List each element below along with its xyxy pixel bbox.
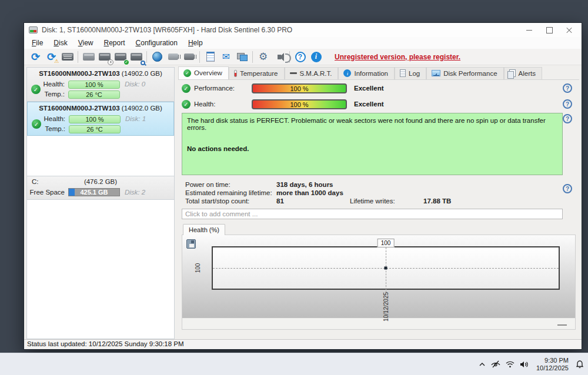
menu-help[interactable]: Help (183, 38, 208, 48)
disk-search-icon[interactable] (128, 50, 144, 64)
tab-smart[interactable]: S.M.A.R.T. (285, 67, 339, 79)
alerts-pages-icon (509, 69, 516, 77)
chart-gridline-v (386, 247, 386, 293)
system-tray: 9:30 PM 10/12/2025 (478, 353, 584, 375)
disk-model: ST16000NM000J-2TW103 (39, 105, 119, 112)
health-row: Health: 100 % Excellent (182, 98, 579, 110)
power-on-value: 318 days, 6 hours (276, 180, 333, 189)
partition-item-c[interactable]: C: (476.2 GB) Free Space 425.1 GB Disk: … (27, 176, 174, 200)
status-line1: The hard disk status is PERFECT. Problem… (187, 117, 557, 131)
disk-item-1[interactable]: ST16000NM000J-2TW103 (14902.0 GB) Health… (27, 102, 174, 136)
health-meter: 100 % (69, 115, 121, 123)
power-on-label: Power on time: (185, 180, 276, 189)
warning-badge-icon: ⚠ (54, 59, 59, 64)
tray-speaker-icon[interactable] (519, 360, 530, 369)
tab-alerts[interactable]: Alerts (504, 67, 542, 79)
window-title: Disk: 1, ST16000NM000J-2TW103 [WR605FXH]… (42, 26, 292, 34)
settings-gear-icon[interactable]: ⚙ (255, 50, 271, 64)
health-ok-icon (182, 100, 191, 109)
thermometer-icon (234, 70, 237, 77)
health-chart-tab[interactable]: Health (%) (183, 224, 225, 235)
titlebar: Disk: 1, ST16000NM000J-2TW103 [WR605FXH]… (24, 23, 582, 37)
repeat-test-help-icon[interactable] (563, 184, 572, 193)
app-window: Disk: 1, ST16000NM000J-2TW103 [WR605FXH]… (24, 22, 582, 350)
tab-overview[interactable]: Overview (178, 66, 229, 79)
free-space-bar: 425.1 GB (68, 188, 120, 196)
clock-time: 9:30 PM (536, 357, 569, 364)
status-bar: Status last updated: 10/12/2025 Sunday 9… (24, 339, 582, 349)
esata-disk-icon[interactable] (181, 50, 197, 64)
tray-hidden-eye-icon[interactable] (490, 360, 501, 369)
disk-number: Disk: 2 (125, 189, 145, 196)
email-icon[interactable]: ✉ (218, 50, 234, 64)
log-page-icon (400, 69, 406, 77)
disk-ok-icon[interactable]: ✓ (112, 50, 128, 64)
chart-y-tick: 100 (195, 263, 201, 273)
menu-view[interactable]: View (73, 38, 99, 48)
unregistered-link[interactable]: Unregistered version, please register. (335, 53, 460, 61)
menu-report[interactable]: Report (99, 38, 131, 48)
taskbar-clock[interactable]: 9:30 PM 10/12/2025 (534, 357, 571, 372)
minimize-button[interactable] (519, 24, 539, 36)
toolbar-separator (78, 51, 78, 63)
disk-size: (14902.0 GB) (122, 70, 162, 77)
maximize-button[interactable] (539, 24, 559, 36)
sound-icon[interactable] (271, 50, 287, 64)
close-button[interactable] (559, 24, 579, 36)
health-help-icon[interactable] (563, 99, 572, 109)
disk-offline-icon[interactable] (81, 50, 96, 64)
help-icon[interactable]: ? (292, 50, 308, 64)
performance-rating: Excellent (354, 85, 384, 92)
toolbar-separator (146, 51, 147, 63)
chart-data-point[interactable] (385, 267, 387, 270)
clock-date: 10/12/2025 (536, 364, 569, 372)
status-help-icon[interactable] (563, 114, 572, 123)
menubar: File Disk View Report Configuration Help (24, 37, 582, 49)
remaining-lifetime-label: Estimated remaining lifetime: (185, 189, 276, 197)
tray-wifi-icon[interactable] (505, 360, 515, 369)
menu-configuration[interactable]: Configuration (131, 38, 183, 48)
tray-chevron-up-icon[interactable] (478, 360, 486, 369)
network-disk-icon[interactable] (149, 50, 165, 64)
comment-input[interactable] (182, 209, 563, 219)
menu-disk[interactable]: Disk (48, 38, 72, 48)
rescan-warning-icon[interactable]: ⟳⚠ (44, 50, 59, 64)
chart-resize-grip[interactable] (557, 324, 567, 326)
tab-temperature[interactable]: Temperature (229, 67, 285, 79)
chart-point-label: 100 (377, 239, 395, 247)
tray-notification-bell-icon[interactable] (575, 360, 584, 369)
menu-file[interactable]: File (26, 38, 48, 48)
chart-plot-area: 100 100 (212, 246, 560, 290)
tab-bar: Overview Temperature S.M.A.R.T. Informat… (178, 67, 579, 80)
refresh-icon[interactable]: ⟳ (28, 50, 44, 64)
performance-help-icon[interactable] (563, 83, 572, 93)
save-chart-icon[interactable] (186, 239, 196, 249)
disk-item-0[interactable]: ST16000NM000J-2TW103 (14902.0 GB) Health… (27, 68, 174, 102)
report-notepad-icon[interactable] (202, 50, 218, 64)
disk-size: (14902.0 GB) (122, 105, 162, 112)
health-label: Health: (27, 81, 65, 88)
toolbar: ⟳ ⟳⚠ ✓ ✉ ⚙ ? i Unregistered version, ple… (24, 49, 582, 65)
tab-log[interactable]: Log (395, 67, 426, 79)
information-icon[interactable]: i (308, 50, 324, 64)
chart-x-tick: 10/12/2025 (383, 292, 389, 322)
health-rating: Excellent (354, 101, 384, 108)
disk-number: Disk: 1 (125, 115, 146, 122)
disk-properties-icon[interactable] (59, 50, 75, 64)
temp-label: Temp.: (28, 125, 65, 132)
free-space-label: Free Space (27, 189, 65, 196)
performance-bar: 100 % (252, 83, 347, 93)
usb-disk-icon[interactable] (165, 50, 181, 64)
smart-icon (290, 72, 297, 74)
status-line2: No actions needed. (187, 145, 557, 152)
tab-information[interactable]: Information (338, 67, 395, 79)
disk-status-text: The hard disk status is PERFECT. Problem… (182, 113, 563, 175)
main-panel: Overview Temperature S.M.A.R.T. Informat… (177, 65, 579, 339)
start-stop-label: Total start/stop count: (185, 197, 276, 205)
disk-schedule-icon[interactable] (96, 50, 112, 64)
disk-number: Disk: 0 (125, 81, 145, 88)
remote-monitor-icon[interactable] (234, 50, 250, 64)
toolbar-separator (252, 51, 253, 63)
overview-check-icon (183, 69, 191, 77)
tab-disk-performance[interactable]: Disk Performance (426, 67, 503, 79)
